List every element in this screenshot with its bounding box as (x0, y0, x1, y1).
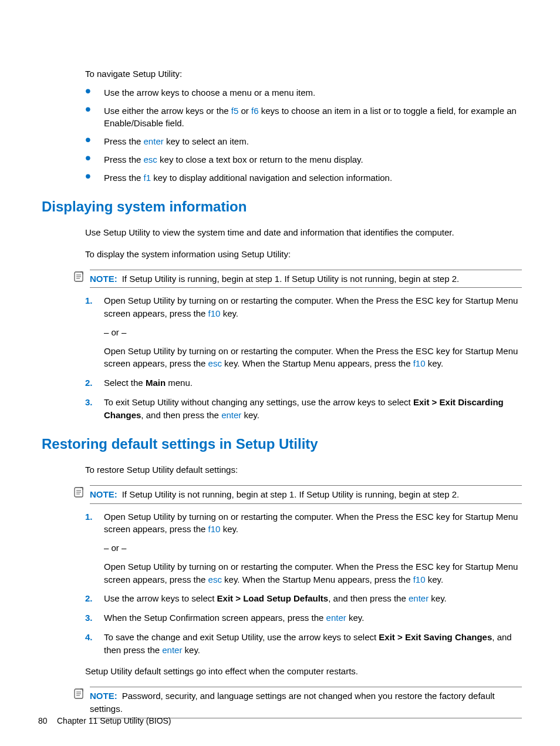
key-enter: enter (162, 645, 182, 655)
key-esc: esc (144, 154, 157, 164)
key-f10: f10 (413, 574, 426, 584)
chapter-label: Chapter 11 Setup Utility (BIOS) (57, 716, 171, 725)
note-text: Password, security, and language setting… (90, 691, 495, 714)
key-f10: f10 (413, 358, 426, 368)
bullet-text: Press the enter key to select an item. (104, 135, 522, 148)
step-number: 4. (85, 631, 104, 657)
step-body: Select the Main menu. (104, 377, 522, 389)
step-number: 3. (85, 396, 104, 422)
note-text: If Setup Utility is not running, begin a… (122, 489, 460, 499)
step-item: 1. Open Setup Utility by turning on or r… (85, 510, 522, 586)
key-f5: f5 (231, 106, 239, 116)
key-f1: f1 (144, 173, 151, 183)
section-paragraph: Setup Utility default settings go into e… (85, 665, 522, 678)
bullet-dot: • (85, 172, 104, 184)
step-item: 2. Use the arrow keys to select Exit > L… (85, 592, 522, 605)
bold-exit-saving: Exit > Exit Saving Changes (379, 632, 492, 642)
bullet-dot: • (85, 153, 104, 166)
step-item: 4. To save the change and exit Setup Uti… (85, 631, 522, 657)
step-body: Use the arrow keys to select Exit > Load… (104, 592, 522, 605)
step-number: 1. (85, 510, 104, 586)
note-icon (73, 486, 85, 498)
key-f10: f10 (208, 524, 221, 534)
key-f6: f6 (251, 106, 259, 116)
note-block: NOTE:If Setup Utility is not running, be… (73, 485, 522, 504)
note-label: NOTE: (90, 489, 117, 499)
bullet-text: Press the f1 key to display additional n… (104, 172, 522, 184)
step-number: 2. (85, 377, 104, 389)
step-body: Open Setup Utility by turning on or rest… (104, 294, 522, 370)
section-paragraph: To display the system information using … (85, 248, 522, 261)
note-content: NOTE:Password, security, and language se… (90, 687, 522, 718)
key-enter: enter (144, 136, 164, 146)
step-body: When the Setup Confirmation screen appea… (104, 611, 522, 624)
steps-list-2: 1. Open Setup Utility by turning on or r… (85, 510, 522, 657)
bullet-dot: • (85, 86, 104, 99)
note-icon (73, 271, 85, 283)
key-esc: esc (208, 358, 222, 368)
bullet-text: Use either the arrow keys or the f5 or f… (104, 105, 522, 130)
section-paragraph: Use Setup Utility to view the system tim… (85, 226, 522, 239)
steps-list-1: 1. Open Setup Utility by turning on or r… (85, 294, 522, 421)
step-item: 2. Select the Main menu. (85, 377, 522, 389)
bullet-text: Press the esc key to close a text box or… (104, 153, 522, 166)
bullet-item: •Use either the arrow keys or the f5 or … (85, 105, 522, 130)
step-body: To save the change and exit Setup Utilit… (104, 631, 522, 657)
step-number: 3. (85, 611, 104, 624)
bullet-item: •Press the enter key to select an item. (85, 135, 522, 148)
navigation-bullets: •Use the arrow keys to choose a menu or … (85, 86, 522, 184)
page-footer: 80Chapter 11 Setup Utility (BIOS) (38, 715, 171, 727)
page-number: 80 (38, 715, 57, 727)
note-content: NOTE:If Setup Utility is not running, be… (90, 485, 522, 504)
bullet-dot: • (85, 135, 104, 148)
key-enter: enter (409, 593, 429, 603)
or-separator: – or – (104, 542, 522, 555)
bullet-item: •Use the arrow keys to choose a menu or … (85, 86, 522, 99)
key-enter: enter (326, 613, 346, 623)
step-body: Open Setup Utility by turning on or rest… (104, 510, 522, 586)
note-label: NOTE: (90, 274, 117, 284)
note-content: NOTE:If Setup Utility is running, begin … (90, 270, 522, 288)
bullet-text: Use the arrow keys to choose a menu or a… (104, 86, 522, 99)
heading-restoring-defaults: Restoring default settings in Setup Util… (38, 434, 522, 455)
section-paragraph: To restore Setup Utility default setting… (85, 463, 522, 476)
bold-main: Main (146, 378, 166, 388)
step-number: 1. (85, 294, 104, 370)
or-separator: – or – (104, 326, 522, 339)
step-item: 3. To exit Setup Utility without changin… (85, 396, 522, 422)
step-number: 2. (85, 592, 104, 605)
note-label: NOTE: (90, 691, 117, 701)
intro-text: To navigate Setup Utility: (85, 68, 522, 80)
step-item: 3. When the Setup Confirmation screen ap… (85, 611, 522, 624)
heading-displaying-system-info: Displaying system information (38, 197, 522, 217)
note-icon (73, 688, 85, 700)
bullet-dot: • (85, 105, 104, 130)
step-body: To exit Setup Utility without changing a… (104, 396, 522, 422)
bold-exit-load-defaults: Exit > Load Setup Defaults (217, 593, 329, 603)
note-text: If Setup Utility is running, begin at st… (122, 274, 460, 284)
note-block: NOTE:Password, security, and language se… (73, 687, 522, 718)
key-f10: f10 (208, 308, 221, 318)
bullet-item: •Press the esc key to close a text box o… (85, 153, 522, 166)
document-page: To navigate Setup Utility: •Use the arro… (0, 0, 560, 746)
bullet-item: •Press the f1 key to display additional … (85, 172, 522, 184)
key-enter: enter (221, 410, 241, 420)
key-esc: esc (208, 574, 222, 584)
step-item: 1. Open Setup Utility by turning on or r… (85, 294, 522, 370)
note-block: NOTE:If Setup Utility is running, begin … (73, 270, 522, 288)
